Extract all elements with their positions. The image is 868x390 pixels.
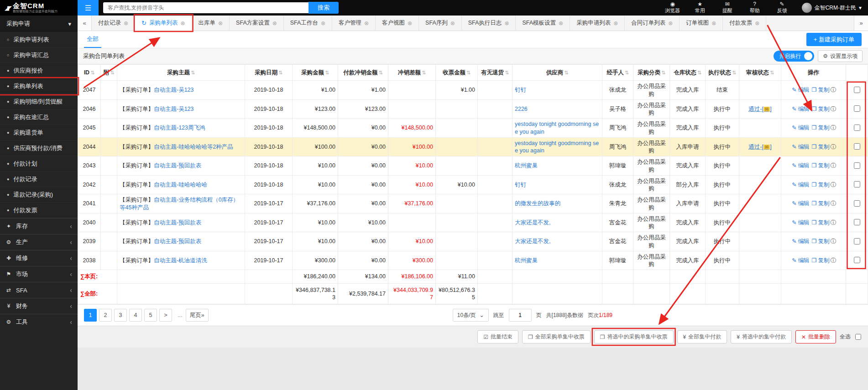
column-header[interactable]: 采购分类⇅ (633, 65, 670, 81)
row-checkbox[interactable] (854, 162, 860, 169)
close-icon[interactable]: ⊗ (124, 20, 128, 26)
row-checkbox[interactable] (854, 219, 860, 225)
batch-finish-button[interactable]: ☑批量结束 (477, 330, 518, 343)
sort-icon[interactable]: ⇅ (505, 70, 509, 75)
sidebar-section-market[interactable]: ⚑市场‹ (0, 266, 78, 282)
sort-icon[interactable]: ⇅ (325, 70, 329, 75)
supplier-link[interactable]: 杭州蜜巢 (515, 162, 538, 169)
copy-link[interactable]: ❐ 复制 (811, 182, 830, 188)
copy-link[interactable]: ❐ 复制 (811, 238, 830, 244)
close-icon[interactable]: ⊗ (408, 20, 412, 26)
tab-item[interactable]: SFA模板设置⊗ (516, 16, 570, 31)
theme-link[interactable]: 自动主题-预回款表 (154, 219, 201, 226)
topnav-browser[interactable]: ◉浏览器 (659, 1, 686, 14)
sidebar-item[interactable]: ●采购单列表 (0, 78, 78, 94)
tab-all[interactable]: 全部 (84, 31, 101, 48)
sidebar-item[interactable]: ●付款记录 (0, 172, 78, 187)
column-header[interactable]: 付款冲销金额⇅ (338, 65, 388, 81)
info-icon[interactable]: ⓘ (831, 125, 837, 131)
close-icon[interactable]: ⊗ (613, 20, 618, 26)
supplier-link[interactable]: yestoday tonight goodmorning see you aga… (515, 121, 599, 135)
supplier-link[interactable]: 钉钉 (515, 87, 526, 93)
column-header[interactable]: 供应商⇅ (512, 65, 602, 81)
select-all[interactable]: 全选 (840, 333, 863, 341)
page-button[interactable]: 尾页» (186, 309, 209, 322)
tab-item[interactable]: 合同订单列表⊗ (625, 16, 680, 31)
theme-link[interactable]: 自动主题-哇哈哈哈哈 (154, 182, 207, 188)
close-icon[interactable]: ⊗ (321, 20, 325, 26)
supplier-link[interactable]: 杭州蜜巢 (515, 257, 538, 264)
topnav-feedback[interactable]: ✎反馈 (769, 1, 795, 14)
tab-item[interactable]: 付款记录⊗ (92, 16, 135, 31)
info-icon[interactable]: ⓘ (831, 144, 837, 150)
column-header[interactable]: 仓库状态⇅ (670, 65, 706, 81)
sort-icon[interactable]: ⇅ (278, 70, 282, 75)
close-icon[interactable]: ⊗ (364, 20, 369, 26)
column-header[interactable]: 经手人⇅ (602, 65, 633, 81)
close-icon[interactable]: ⊗ (450, 20, 455, 26)
close-icon[interactable]: ⊗ (755, 20, 759, 26)
edit-link[interactable]: ✎ 编辑 (792, 238, 810, 244)
theme-link[interactable]: 自动主题-机油道清洗 (154, 257, 207, 264)
row-checkbox[interactable] (854, 125, 860, 131)
sort-icon[interactable]: ⇅ (697, 70, 701, 75)
tab-item[interactable]: 出库单⊗ (192, 16, 230, 31)
sidebar-item[interactable]: ●采购退货单 (0, 125, 78, 140)
page-button[interactable]: > (159, 309, 172, 322)
copy-link[interactable]: ❐ 复制 (811, 162, 830, 169)
tab-item[interactable]: 客户视图⊗ (376, 16, 419, 31)
tab-item[interactable]: 客户管理⊗ (332, 16, 376, 31)
edit-link[interactable]: ✎ 编辑 (792, 162, 810, 169)
close-icon[interactable]: ⊗ (272, 20, 277, 26)
info-icon[interactable]: ⓘ (831, 182, 837, 188)
sort-icon[interactable]: ⇅ (770, 70, 774, 75)
menu-toggle-button[interactable]: ☰ (78, 0, 99, 16)
close-icon[interactable]: ⊗ (504, 20, 509, 26)
per-page-select[interactable]: 10条/页 ⌄ (453, 309, 489, 322)
tab-item[interactable]: 订单视图⊗ (680, 16, 723, 31)
edit-link[interactable]: ✎ 编辑 (792, 257, 810, 264)
supplier-link[interactable]: yestoday tonight goodmorning see you aga… (515, 140, 599, 154)
copy-link[interactable]: ❐ 复制 (811, 125, 830, 131)
column-header[interactable]: 采购金额⇅ (293, 65, 338, 81)
row-checkbox[interactable] (854, 238, 860, 244)
collect-selected-invoice-button[interactable]: ❐将选中的采购单集中收票 (594, 330, 674, 343)
sidebar-item[interactable]: ●付款发票 (0, 203, 78, 218)
page-button[interactable]: 1 (84, 309, 97, 322)
topnav-star[interactable]: ★常用 (687, 1, 713, 14)
column-header[interactable]: 有无退货⇅ (478, 65, 512, 81)
theme-link[interactable]: 自动主题-预回款表 (154, 162, 201, 169)
sidebar-item[interactable]: ●采购明细/到货提醒 (0, 94, 78, 109)
collect-all-invoice-button[interactable]: ❐全部采购单集中收票 (522, 330, 591, 343)
pay-selected-button[interactable]: ¥将选中的集中付款 (731, 330, 792, 343)
column-header[interactable]: 审核状态⇅ (739, 65, 781, 81)
info-icon[interactable]: ⓘ (831, 238, 837, 244)
theme-link[interactable]: 自动主题-吴123 (154, 87, 194, 93)
sidebar-item[interactable]: ●供应商报价 (0, 63, 78, 78)
tab-item[interactable]: 付款发票⊗ (723, 16, 766, 31)
sidebar-group-purchase-request[interactable]: 采购申请 ▾ (0, 16, 78, 32)
sort-icon[interactable]: ⇅ (422, 70, 426, 75)
copy-link[interactable]: ❐ 复制 (811, 257, 830, 264)
tab-item[interactable]: SFA执行日志⊗ (462, 16, 516, 31)
column-header[interactable]: 附⇅ (101, 65, 117, 81)
supplier-link[interactable]: 2226 (515, 106, 528, 112)
info-icon[interactable]: ⓘ (831, 87, 837, 93)
topnav-help[interactable]: ?帮助 (742, 1, 768, 14)
new-purchase-order-button[interactable]: + 新建采购订单 (806, 33, 862, 46)
sort-icon[interactable]: ⇅ (564, 70, 568, 75)
tab-item[interactable]: 采购申请列表⊗ (570, 16, 625, 31)
copy-link[interactable]: ❐ 复制 (811, 200, 830, 207)
edit-link[interactable]: ✎ 编辑 (792, 144, 810, 150)
sort-icon[interactable]: ⇅ (191, 70, 195, 75)
page-button[interactable]: 4 (129, 309, 142, 322)
search-button[interactable]: 搜索 (309, 2, 339, 14)
sidebar-section-sfa[interactable]: ⇄SFA‹ (0, 282, 78, 298)
close-icon[interactable]: ⊗ (180, 20, 185, 26)
sidebar-section-finance[interactable]: ¥财务‹ (0, 298, 78, 314)
tab-item[interactable]: SFA工作台⊗ (284, 16, 332, 31)
pay-all-button[interactable]: ¥全部集中付款 (677, 330, 727, 343)
sidebar-item[interactable]: ●退款记录(采购) (0, 187, 78, 203)
tabs-scroll-right-button[interactable]: » (854, 16, 868, 31)
theme-link[interactable]: 自动主题-吴123 (154, 106, 194, 112)
